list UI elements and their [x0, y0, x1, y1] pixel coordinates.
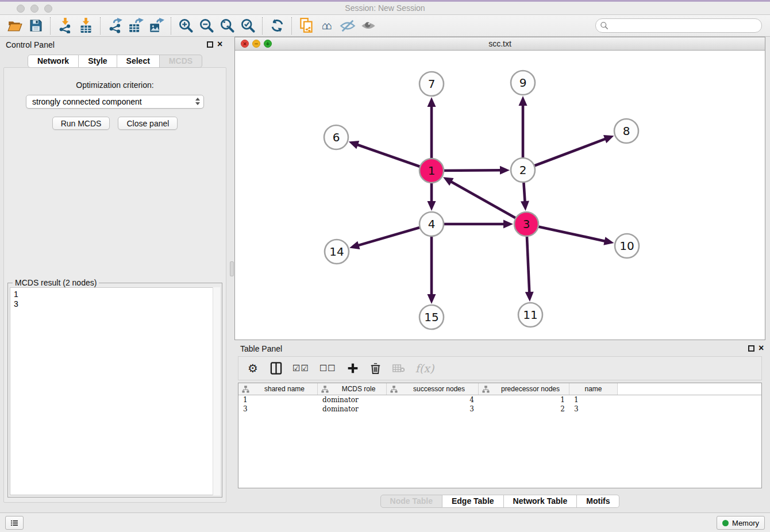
- list-icon: [11, 519, 18, 527]
- column-panel-icon[interactable]: [270, 360, 282, 377]
- export-network-icon[interactable]: [105, 17, 125, 35]
- tab-network[interactable]: Network: [28, 55, 79, 68]
- cell-mcds-role[interactable]: dominator: [318, 404, 387, 414]
- zoom-in-icon[interactable]: [175, 17, 196, 35]
- column-header-successor-nodes[interactable]: successor nodes: [387, 383, 479, 395]
- close-panel-icon[interactable]: ×: [217, 39, 222, 49]
- cell-successor-nodes[interactable]: 3: [387, 404, 479, 414]
- table-close-panel-icon[interactable]: ×: [759, 343, 764, 353]
- table-panel-title: Table Panel: [240, 344, 282, 353]
- cell-name[interactable]: 1: [569, 395, 618, 404]
- tab-edge-table[interactable]: Edge Table: [442, 495, 504, 508]
- refresh-layout-icon[interactable]: [267, 17, 287, 35]
- column-header-mcds-role[interactable]: MCDS role: [318, 383, 387, 395]
- search-input[interactable]: [595, 18, 762, 33]
- network-minimize-button[interactable]: −: [252, 40, 260, 48]
- column-type-icon: [321, 385, 329, 393]
- home-icon[interactable]: ⌂⌂: [317, 17, 337, 35]
- node-table: shared name MCDS role successor nodes pr…: [238, 383, 762, 488]
- deselect-all-checkboxes-icon[interactable]: ☐☐: [319, 360, 336, 377]
- hide-preview-icon[interactable]: [337, 17, 358, 35]
- graph-node-label: 15: [424, 310, 438, 324]
- select-all-checkboxes-icon[interactable]: ☑☑: [292, 360, 309, 377]
- window-title: Session: New Session: [0, 2, 770, 14]
- table-row: 1 dominator 4 1 1: [238, 395, 761, 404]
- cell-name[interactable]: 3: [569, 404, 618, 414]
- splitter-grip[interactable]: [230, 261, 234, 276]
- open-session-icon[interactable]: [5, 17, 25, 35]
- graph-node-label: 10: [619, 239, 634, 253]
- network-window-titlebar: × − + scc.txt: [235, 37, 765, 51]
- zoom-out-icon[interactable]: [196, 17, 217, 35]
- mcds-result-group: MCDS result (2 nodes) 13: [7, 283, 222, 498]
- graph-arrowhead: [349, 241, 360, 249]
- tab-style[interactable]: Style: [79, 55, 117, 68]
- show-preview-icon[interactable]: [358, 17, 379, 35]
- result-scrollbar[interactable]: [213, 287, 220, 495]
- show-task-history-button[interactable]: [5, 516, 24, 530]
- column-type-icon: [482, 385, 490, 393]
- duplicate-network-icon[interactable]: [296, 17, 317, 35]
- graph-node-label: 7: [428, 77, 436, 91]
- mcds-result-title: MCDS result (2 nodes): [13, 278, 99, 287]
- table-tabs: Node Table Edge Table Network Table Moti…: [234, 495, 765, 508]
- float-panel-icon[interactable]: [207, 41, 213, 48]
- cell-shared-name[interactable]: 1: [238, 395, 318, 404]
- tab-select[interactable]: Select: [117, 55, 160, 68]
- minimize-window-button[interactable]: [30, 5, 38, 13]
- graph-arrowhead: [603, 135, 614, 143]
- memory-status-icon: [722, 520, 729, 526]
- cell-shared-name[interactable]: 3: [238, 404, 318, 414]
- column-header-predecessor-nodes[interactable]: predecessor nodes: [479, 383, 569, 395]
- import-network-icon[interactable]: [55, 17, 75, 35]
- network-close-button[interactable]: ×: [241, 40, 249, 48]
- table-settings-icon[interactable]: ⚙: [247, 360, 259, 377]
- function-builder-icon[interactable]: f(x): [415, 360, 434, 377]
- table-float-panel-icon[interactable]: [748, 345, 754, 352]
- column-header-name[interactable]: name: [569, 383, 618, 395]
- cell-predecessor-nodes[interactable]: 2: [479, 404, 569, 414]
- toolbar-separator: [50, 17, 51, 34]
- close-panel-button[interactable]: Close panel: [118, 117, 178, 130]
- main-toolbar: ⌂⌂: [0, 15, 770, 37]
- control-panel-header: Control Panel ×: [0, 37, 230, 53]
- column-type-icon: [242, 385, 249, 393]
- zoom-selected-icon[interactable]: [237, 17, 258, 35]
- run-mcds-button[interactable]: Run MCDS: [52, 117, 110, 130]
- zoom-fit-icon[interactable]: [217, 17, 237, 35]
- memory-button[interactable]: Memory: [717, 516, 765, 530]
- tab-mcds[interactable]: MCDS: [160, 55, 202, 68]
- cell-mcds-role[interactable]: dominator: [318, 395, 387, 404]
- table-panel: Table Panel × ⚙ ☑☑ ☐☐ f(x) shared name M: [234, 340, 765, 510]
- toolbar-separator: [100, 17, 101, 34]
- delete-column-icon[interactable]: [369, 360, 382, 377]
- network-canvas[interactable]: 7968124314101511: [235, 51, 765, 340]
- column-header-shared-name[interactable]: shared name: [238, 383, 318, 395]
- tab-motifs[interactable]: Motifs: [577, 495, 619, 508]
- mcds-result-text[interactable]: 13: [10, 287, 220, 495]
- search-box: [595, 18, 762, 33]
- mcds-panel: Optimization criterion: strongly connect…: [3, 67, 226, 503]
- export-table-icon[interactable]: [125, 17, 146, 35]
- network-view-window: × − + scc.txt 7968124314101511: [234, 37, 765, 340]
- graph-node-label: 14: [329, 245, 344, 259]
- column-type-icon: [390, 385, 398, 393]
- network-zoom-button[interactable]: +: [264, 40, 272, 48]
- cell-predecessor-nodes[interactable]: 1: [479, 395, 569, 404]
- graph-arrowhead: [428, 294, 436, 304]
- zoom-window-button[interactable]: [44, 5, 52, 13]
- export-image-icon[interactable]: [146, 17, 167, 35]
- import-table-icon[interactable]: [75, 17, 96, 35]
- graph-node-label: 1: [428, 164, 436, 178]
- node-table-header: shared name MCDS role successor nodes pr…: [238, 383, 761, 395]
- cell-successor-nodes[interactable]: 4: [387, 395, 479, 404]
- tab-network-table[interactable]: Network Table: [504, 495, 578, 508]
- optimization-criterion-select[interactable]: strongly connected component: [26, 95, 204, 109]
- add-column-icon[interactable]: [346, 360, 359, 377]
- table-row: 3 dominator 3 2 3: [238, 404, 761, 414]
- save-session-icon[interactable]: [25, 17, 46, 35]
- close-window-button[interactable]: [17, 5, 25, 13]
- delete-table-icon[interactable]: [392, 360, 405, 377]
- graph-arrowhead: [428, 97, 436, 107]
- tab-node-table[interactable]: Node Table: [380, 495, 442, 508]
